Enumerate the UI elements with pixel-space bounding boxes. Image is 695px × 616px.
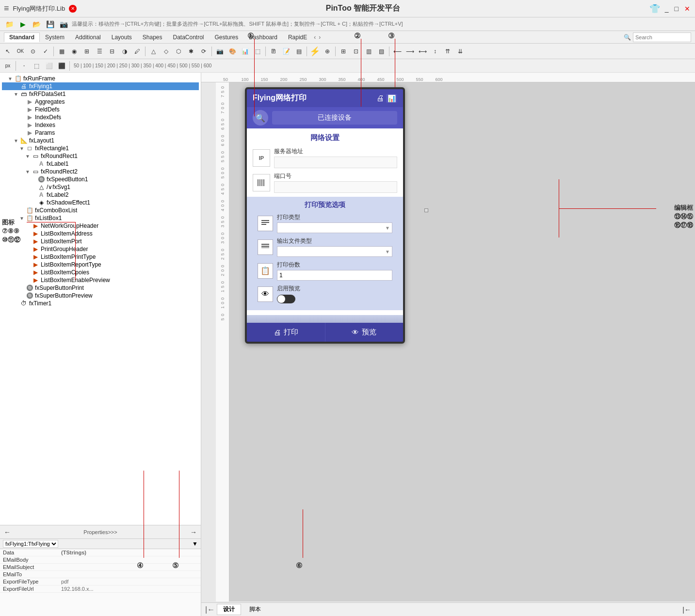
- tab-system[interactable]: System: [40, 32, 70, 42]
- print-button[interactable]: 🖨 打印: [247, 323, 325, 342]
- folder-button[interactable]: 📂: [31, 19, 42, 30]
- tree-item-printgroupheader[interactable]: ▶ PrintGroupHeader: [2, 245, 199, 253]
- toolbar-ic-30[interactable]: ⟵: [391, 46, 403, 57]
- search-input[interactable]: [633, 32, 691, 42]
- toolbar-ic-14[interactable]: ⬡: [173, 46, 184, 57]
- toolbar-ic-13[interactable]: ◇: [160, 46, 172, 57]
- toolbar-ic-26[interactable]: ⊞: [338, 46, 349, 57]
- toolbar-ic-29[interactable]: ▧: [375, 46, 387, 57]
- tree-item-netgroupheader[interactable]: ▶ NetWorkGroupHeader: [2, 222, 199, 230]
- toolbar-ic-8[interactable]: ☰: [94, 46, 105, 57]
- toolbar2-ic-2[interactable]: ⬝: [18, 60, 30, 72]
- toolbar-ic-33[interactable]: ↕: [429, 46, 441, 57]
- toolbar-ic-3[interactable]: ⊙: [27, 46, 39, 57]
- tree-nav-forward[interactable]: →: [190, 528, 197, 536]
- toolbar2-ic-3[interactable]: ⬚: [31, 60, 42, 72]
- tree-nav-props[interactable]: Properties>>>: [83, 529, 117, 535]
- run-button[interactable]: ▶: [17, 19, 28, 30]
- tree-item-fxcomboboxlist[interactable]: 📋 fxComboBoxList: [2, 206, 199, 214]
- tree-item-fxlabel1[interactable]: A fxLabel1: [2, 160, 199, 168]
- tree-item-listboxitemprinttype[interactable]: ▶ ListBoxItemPrintType: [2, 253, 199, 261]
- tree-item-indexdefs[interactable]: ▶ IndexDefs: [2, 113, 199, 121]
- design-surface[interactable]: 50 100 150 200 250 300 350 400 450 500 5…: [216, 82, 695, 601]
- toolbar2-ic-1[interactable]: px: [2, 60, 14, 72]
- canvas-right-nav[interactable]: |←: [682, 606, 691, 614]
- lib-close-button[interactable]: ✕: [69, 5, 77, 13]
- toolbar-ic-21[interactable]: 🖹: [268, 46, 279, 57]
- tree-item-listboxitemport[interactable]: ▶ ListBoxItemPort: [2, 237, 199, 245]
- toolbar-ic-28[interactable]: ▥: [363, 46, 374, 57]
- toolbar-ic-22[interactable]: 📝: [280, 46, 292, 57]
- tree-item-fxrunframe[interactable]: ▼ 📋 fxRunFrame: [2, 75, 199, 82]
- tab-standard[interactable]: Standard: [4, 32, 40, 42]
- tree-item-listboxitemcpoies[interactable]: ▶ ListBoxItemCpoies: [2, 269, 199, 276]
- close-button[interactable]: ✕: [684, 5, 690, 13]
- toolbar-ic-12[interactable]: △: [147, 46, 159, 57]
- toolbar-ic-20[interactable]: ⬚: [252, 46, 263, 57]
- toolbar-ic-1[interactable]: ↖: [2, 46, 14, 57]
- tab-datacontrol[interactable]: DataControl: [167, 32, 209, 42]
- tree-item-fxroundrect1[interactable]: ▼ ▭ fxRoundRect1: [2, 152, 199, 160]
- toolbar-ic-17[interactable]: 📷: [214, 46, 226, 57]
- tab-script[interactable]: 脚本: [243, 604, 267, 615]
- toolbar-ic-16[interactable]: ⟳: [198, 46, 210, 57]
- tree-item-indexes[interactable]: ▶ Indexes: [2, 121, 199, 129]
- menu-icon[interactable]: ≡: [4, 3, 9, 14]
- tree-nav-back[interactable]: ←: [4, 528, 11, 536]
- tab-layouts[interactable]: Layouts: [106, 32, 137, 42]
- tree-item-fxrectangle1[interactable]: ▼ □ fxRectangle1: [2, 144, 199, 152]
- tree-item-params[interactable]: ▶ Params: [2, 129, 199, 137]
- open-button[interactable]: 📁: [4, 19, 15, 30]
- canvas-left-nav[interactable]: |←: [205, 605, 215, 614]
- save-button[interactable]: 💾: [45, 19, 55, 30]
- tab-prev-button[interactable]: ‹: [312, 34, 317, 41]
- toolbar-ic-35[interactable]: ⇊: [454, 46, 466, 57]
- toolbar-ic-11[interactable]: 🖊: [131, 46, 143, 57]
- toolbar-ic-25[interactable]: ⊕: [322, 46, 333, 57]
- tree-item-fxsuperbuttonpreview[interactable]: 🔘 fxSuperButtonPreview: [2, 292, 199, 300]
- toolbar-ic-6[interactable]: ◉: [68, 46, 80, 57]
- tree-item-fxtimer1[interactable]: ⏱ fxTimer1: [2, 300, 199, 307]
- toolbar-ic-2[interactable]: OK: [15, 46, 26, 57]
- minimize-button[interactable]: _: [665, 5, 669, 13]
- tree-item-fxsvg1[interactable]: △ /∨fxSvg1: [2, 183, 199, 191]
- toolbar-ic-15[interactable]: ✱: [185, 46, 197, 57]
- toolbar-ic-5[interactable]: ▦: [56, 46, 67, 57]
- toolbar-ic-31[interactable]: ⟶: [404, 46, 416, 57]
- tree-item-aggregates[interactable]: ▶ Aggregates: [2, 98, 199, 106]
- toolbar-ic-9[interactable]: ⊟: [106, 46, 118, 57]
- tree-item-listboxitemenablepreview[interactable]: ▶ ListBoxItemEnablePreview: [2, 276, 199, 284]
- camera-button[interactable]: 📷: [58, 19, 69, 30]
- tree-item-fxroundrect2[interactable]: ▼ ▭ fxRoundRect2: [2, 168, 199, 175]
- toolbar2-ic-4[interactable]: ⬜: [43, 60, 55, 72]
- tree-item-fxlistbox1[interactable]: ▼ 📋 fxListBox1: [2, 214, 199, 222]
- toolbar-ic-4[interactable]: ✓: [40, 46, 51, 57]
- tree-item-fxspeedbutton1[interactable]: 🔘 fxSpeedButton1: [2, 175, 199, 183]
- tree-item-fxshadoweffect1[interactable]: ◈ fxShadowEffect1: [2, 199, 199, 206]
- toolbar-ic-18[interactable]: 🎨: [226, 46, 238, 57]
- tree-item-fxflying1[interactable]: 🖨 fxFlying1: [2, 82, 199, 90]
- toolbar-ic-24[interactable]: ⚡: [309, 46, 321, 57]
- tree-item-fielddefs[interactable]: ▶ FieldDefs: [2, 106, 199, 113]
- tab-next-button[interactable]: ›: [317, 34, 322, 41]
- tab-additional[interactable]: Additional: [70, 32, 106, 42]
- tree-item-fxrfdataset1[interactable]: ▼ 🗃 fxRFDataSet1: [2, 90, 199, 98]
- phone-toggle[interactable]: [277, 295, 295, 303]
- toolbar-ic-32[interactable]: ⟷: [417, 46, 428, 57]
- component-selector[interactable]: fxFlying1:TfxFlying: [3, 540, 58, 548]
- tree-item-fxlabel2[interactable]: A fxLabel2: [2, 191, 199, 199]
- toolbar-ic-7[interactable]: ⊞: [81, 46, 93, 57]
- tab-gestures[interactable]: Gestures: [210, 32, 244, 42]
- tree-item-listboxitemreporttype[interactable]: ▶ ListBoxItemReportType: [2, 261, 199, 269]
- phone-outputtype-select[interactable]: ▼: [277, 246, 392, 257]
- toolbar-ic-23[interactable]: ▤: [293, 46, 305, 57]
- toolbar2-ic-5[interactable]: ⬛: [56, 60, 67, 72]
- tree-item-fxlayout1[interactable]: ▼ 📐 fxLayout1: [2, 137, 199, 144]
- tree-item-listboxitemaddress[interactable]: ▶ ListBoxItemAddress: [2, 230, 199, 237]
- phone-server-input[interactable]: [274, 157, 397, 168]
- preview-button[interactable]: 👁 预览: [325, 323, 404, 342]
- toolbar-ic-10[interactable]: ◑: [119, 46, 130, 57]
- toolbar-ic-19[interactable]: 📊: [239, 46, 251, 57]
- maximize-button[interactable]: □: [675, 5, 679, 13]
- tab-rapide[interactable]: RapidE: [283, 32, 312, 42]
